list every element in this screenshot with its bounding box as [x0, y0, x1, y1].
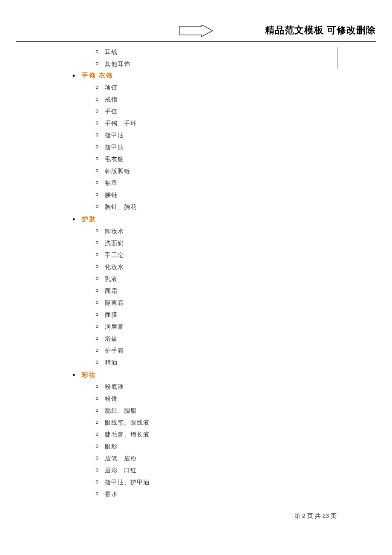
list-item: 润唇膏: [95, 321, 337, 332]
page-current: 2: [302, 512, 306, 519]
list-item: 腰链: [95, 189, 337, 201]
vertical-line: [350, 226, 350, 367]
list-item: 毛衣链: [95, 153, 337, 165]
list-item: 面膜: [95, 309, 337, 321]
header-title: 精品范文模板 可修改删除: [265, 24, 376, 37]
list-item: 乳液: [95, 273, 337, 285]
sub-list: 卸妆水 洗面奶 手工皂 化妆水 乳液 面霜 隔离霜 面膜 润唇膏 浴盐 护手霜 …: [82, 225, 337, 368]
list-item: 耳线: [95, 46, 337, 58]
list-item: 项链: [95, 81, 337, 93]
list-item: 卸妆水: [95, 225, 337, 237]
list-item: 手链: [95, 105, 337, 117]
list-item: 其他耳饰: [95, 58, 337, 70]
page-footer: 第 2 页 共 23 页: [294, 512, 337, 520]
list-item: 唇彩、口红: [95, 464, 337, 476]
list-item: 面霜: [95, 285, 337, 297]
list-item: 睫毛膏、增长液: [95, 428, 337, 440]
category-label: 护肤: [82, 215, 96, 223]
list-item: 洗面奶: [95, 237, 337, 249]
list-item: 眉笔、眉粉: [95, 452, 337, 464]
list-item: 胸针、胸花: [95, 201, 337, 213]
sub-list: 项链 戒指 手链 手镯、手环 指甲油 指甲贴 毛衣链 韩版脚链 袖章 腰链 胸针…: [82, 81, 337, 213]
orphan-sublist: 耳线 其他耳饰: [69, 46, 337, 70]
list-item: 指甲贴: [95, 141, 337, 153]
header-divider: [16, 41, 376, 42]
list-item: 眼线笔、眼线液: [95, 416, 337, 428]
category-handwear: 手饰 衣饰 项链 戒指 手链 手镯、手环 指甲油 指甲贴 毛衣链 韩版脚链 袖章…: [69, 72, 337, 213]
document-content: 耳线 其他耳饰 手饰 衣饰 项链 戒指 手链 手镯、手环 指甲油 指甲贴 毛衣链…: [69, 46, 337, 503]
list-item: 指甲油: [95, 129, 337, 141]
list-item: 腮红、胭脂: [95, 405, 337, 416]
list-item: 袖章: [95, 177, 337, 189]
vertical-line: [350, 382, 350, 499]
list-item: 浴盐: [95, 332, 337, 344]
category-list: 手饰 衣饰 项链 戒指 手链 手镯、手环 指甲油 指甲贴 毛衣链 韩版脚链 袖章…: [69, 72, 337, 500]
page-suffix: 页: [331, 512, 337, 519]
category-label: 彩妆: [82, 371, 96, 378]
category-makeup: 彩妆 粉底液 粉饼 腮红、胭脂 眼线笔、眼线液 睫毛膏、增长液 眼影 眉笔、眉粉…: [69, 371, 337, 500]
list-item: 护手霜: [95, 344, 337, 356]
arrow-right-icon: [179, 25, 213, 37]
category-skincare: 护肤 卸妆水 洗面奶 手工皂 化妆水 乳液 面霜 隔离霜 面膜 润唇膏 浴盐 护…: [69, 215, 337, 368]
list-item: 眼影: [95, 440, 337, 452]
page-header: 精品范文模板 可修改删除: [0, 21, 392, 42]
list-item: 香水: [95, 488, 337, 500]
list-item: 指甲油、护甲油: [95, 476, 337, 488]
list-item: 韩版脚链: [95, 165, 337, 177]
category-label: 手饰 衣饰: [82, 72, 113, 79]
vertical-line: [350, 82, 350, 212]
page-total: 23: [323, 512, 329, 519]
sub-list: 粉底液 粉饼 腮红、胭脂 眼线笔、眼线液 睫毛膏、增长液 眼影 眉笔、眉粉 唇彩…: [82, 381, 337, 500]
list-item: 粉饼: [95, 393, 337, 405]
list-item: 粉底液: [95, 381, 337, 393]
list-item: 手工皂: [95, 249, 337, 261]
list-item: 隔离霜: [95, 297, 337, 309]
list-item: 手镯、手环: [95, 117, 337, 129]
page-mid: 页 共: [307, 512, 321, 519]
list-item: 化妆水: [95, 261, 337, 273]
list-item: 戒指: [95, 93, 337, 105]
vertical-line: [337, 47, 337, 69]
page-prefix: 第: [294, 512, 300, 519]
list-item: 精油: [95, 356, 337, 368]
